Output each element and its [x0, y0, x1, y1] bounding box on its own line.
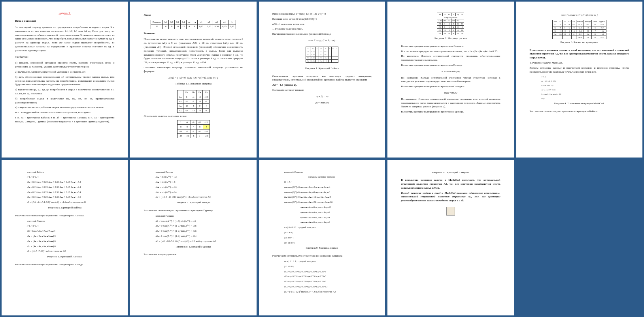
page-7: критерий Вальда аV₁ = min(Aᵀ⁽⁰⁾) = -12 а… [130, 160, 256, 316]
wald: α = maxᵢ minⱼ aᵢⱼ [401, 70, 500, 74]
p3sostav: Составим матрицу рисков: [272, 88, 372, 92]
fig5cap: Рисунок 5. Критерий Байеса [15, 206, 114, 210]
t2: 2) вычислить элементы платежной матрицы … [15, 70, 114, 74]
laplace-block: критерий Лапласа j=1..4 i=1..4 aLᵢ = (A₀… [27, 219, 114, 254]
p7para: Рассчитаем оптимальную стратегию по крит… [144, 209, 243, 213]
criteria-table: A/ПП1П2П3П4БайесаВальдаЛаплГурвиц A10-4-… [552, 20, 606, 39]
page-1: Задача 1. Игра с природой За некоторый п… [2, 2, 128, 158]
tbl-cap: Таблица 1. Платежная матрица [144, 82, 243, 86]
af: aᵢ = Σ aᵢⱼ·qⱼ , (i = 1,...,m) [272, 39, 372, 43]
rf1: rᵢⱼ = βⱼ − aᵢⱼ [272, 95, 372, 99]
fig6cap: Рисунок 6. Критерий Лапласа [15, 255, 114, 259]
p5b1: В результате решения задачи в excel полу… [530, 49, 629, 60]
rf2: βⱼ = maxᵢ aᵢⱼ [272, 101, 372, 105]
tv: в) о вероятностях потребления сырья ниче… [15, 106, 114, 110]
page-9: Рисунок 10. Критерий Сэвиджа В результат… [387, 160, 514, 316]
p4p4: По критерию Вальда оптимальной считается… [401, 76, 500, 84]
p3a: в п. 3а – критерием Байеса; в п. 3б – кр… [15, 116, 114, 124]
given-table: Вариантb1b2b3b4c₁c₂q1q2q3q4λ 16691012480… [151, 20, 236, 29]
bayes-block: критерий Байеса j=1..4 i=1..4 а0₁ = 0.15… [27, 170, 114, 205]
mathcad-fig4: i=1..4 a₀ = ( 0 -4 -8 -12 ) n = (6 9 10 … [542, 75, 629, 100]
excel-fig1: ABCDEFGH П10.15A1-5.4 П20.20A2-4.4 П30.3… [306, 47, 338, 63]
p9b1: В результате решения задачи в MathCad по… [401, 178, 500, 190]
dano: Дано: [144, 13, 243, 17]
p4p6: По критерию Сэвиджа оптимальной считаетс… [401, 98, 500, 109]
p3step: 1. Решение задачи в excel. [272, 27, 372, 31]
sev: maxᵢ minⱼ rᵢⱼ [401, 91, 500, 95]
fig2cap: Рисунок 2. Матрица рисков [401, 37, 500, 41]
wald-block: критерий Вальда аV₁ = min(Aᵀ⁽⁰⁾) = -12 а… [155, 170, 243, 200]
page-5: maxᵢ { λ·maxⱼ aᵢⱼ + (1−λ)·minⱼ aᵢⱼ } A/П… [516, 2, 642, 158]
p5s2h: 1. Решение задачи MathCad. [530, 61, 629, 65]
p3l2: Верхняя цена игры: β=min{0;0;0;0}=0 [272, 17, 372, 21]
formula: S(i,j) = { 4(i−j), если i≤j; −8(i−j), ес… [144, 76, 243, 80]
resh: Решение: [144, 32, 243, 36]
p4p2: По критерию Лапласа оптимальной считаетс… [401, 54, 500, 62]
p4p5: Вычислим средние выигрыши по критерию Сэ… [401, 85, 500, 89]
p5last: Рассчитаем оптимальную стратегию по крит… [530, 110, 629, 114]
p9b2: Вывод: решение задачи в excel и MathCad … [401, 191, 500, 203]
gurvic-block: критерий Гурвица а0ᵢ = λ·max(Aᵀ⁽⁰⁾) + (1… [155, 214, 243, 244]
fig8cap: Рисунок 8. Критерий Гурвица [144, 245, 243, 249]
page-6: критерий Байеса j=1..4 i=1..4 а0₁ = 0.15… [2, 160, 128, 316]
req-h: Требуется: [15, 55, 114, 59]
p3step1a: Вычислим средние выигрыши (критерий Байе… [272, 32, 372, 36]
page-3: Нижняя цена игры: α=max{-12;-8;-16;-24}=… [259, 2, 385, 158]
p6last: Рассчитаем оптимальную стратегию по крит… [15, 263, 114, 267]
task-title: Задача 1. [15, 11, 114, 15]
p4p7: Вычислим средние выигрыши по критерию Гу… [401, 110, 500, 114]
page-8: критерий Сэвиджа составим матрицу рисков… [259, 160, 385, 316]
p8para: Рассчитаем оптимальную стратегию по крит… [272, 254, 372, 258]
p6para: Рассчитаем оптимальную стратегию по крит… [15, 214, 114, 218]
p2-para2: Составим платежную матрицу. Элементы пла… [144, 66, 243, 74]
savage-block: критерий Сэвиджа составим матрицу рисков… [284, 170, 372, 245]
fig10cap: Рисунок 10. Критерий Сэвиджа [401, 171, 500, 175]
fig9cap: Рисунок 9. Матрица рисков [272, 246, 372, 250]
t1: 1) придать описанной ситуации игровую сх… [15, 61, 114, 69]
p3: В п. 3 следует найти оптимальные чистые … [15, 111, 114, 115]
fig1cap: Рисунок 1. Критерий Байеса [272, 67, 372, 71]
p7last: Рассчитаем матрицу рисков [144, 253, 243, 257]
fig4cap: Рисунок 4. Платежная матрица в MathCad. [530, 102, 629, 106]
sedl: Определим наличие седловых точек: [144, 114, 243, 118]
page-10-blank [516, 160, 642, 316]
ta: а) вероятности q1, q2, q3, q4 потребност… [15, 88, 114, 96]
saddle-table: 0-4-8-12-12 -80-4-8-8 -16-80-4-16 -24-16… [177, 120, 210, 139]
subtitle: Игра с природой [15, 19, 114, 23]
p4p1a: Все состояния природы являются равноверо… [401, 50, 500, 54]
p4p1: Вычислим средние выигрыши по критерию Ла… [401, 45, 500, 49]
page-2: Дано: Вариантb1b2b3b4c₁c₂q1q2q3q4λ 16691… [130, 2, 256, 158]
page-4: MNOPQR матрица рисков A/ПП1П2П3П4 A10481… [387, 2, 514, 158]
t3: 3) дать обоснованные рекомендации об опт… [15, 75, 114, 87]
pay-matrix: П₁П₂П₃П₄ A₁0-4-8-12 A₂-80-4-8 A₃-16-80-4… [177, 90, 210, 113]
page-grid: Задача 1. Игра с природой За некоторый п… [0, 0, 644, 317]
p3para2: Оптимальная стратегия находится как макс… [272, 75, 372, 83]
fig7cap: Рисунок 7. Критерий Вальда [144, 201, 243, 205]
gur-form: maxᵢ { λ·maxⱼ aᵢⱼ + (1−λ)·minⱼ aᵢⱼ } [530, 13, 629, 17]
p3l3: α≠β –> седловых точек нет. [272, 23, 372, 26]
clipboard-icon [446, 207, 455, 216]
p5s1: Введем исходные данные и рассчитаем верх… [530, 66, 629, 74]
savage-calc: m = | 1 1 1 1 | средний выигрыш |10 10 8… [284, 259, 372, 294]
p1-para1: За некоторый период времени на предприят… [15, 26, 114, 53]
p4p3: Вычислим средние выигрыши по критерию Ва… [401, 64, 500, 68]
tb: б) потребление сырья в количестве b1, b2… [15, 97, 114, 105]
p3l1: Нижняя цена игры: α=max{-12;-8;-16;-24}=… [272, 12, 372, 16]
p2-para: Предприятие может принять одно из следую… [144, 38, 243, 65]
fig3cap: Рисунок 3. Расчет по критериям [530, 41, 629, 45]
risk-matrix-excel: MNOPQR матрица рисков A/ПП1П2П3П4 A10481… [437, 13, 464, 35]
p3res: А2 = -4,4 (строка 2). [272, 83, 372, 87]
